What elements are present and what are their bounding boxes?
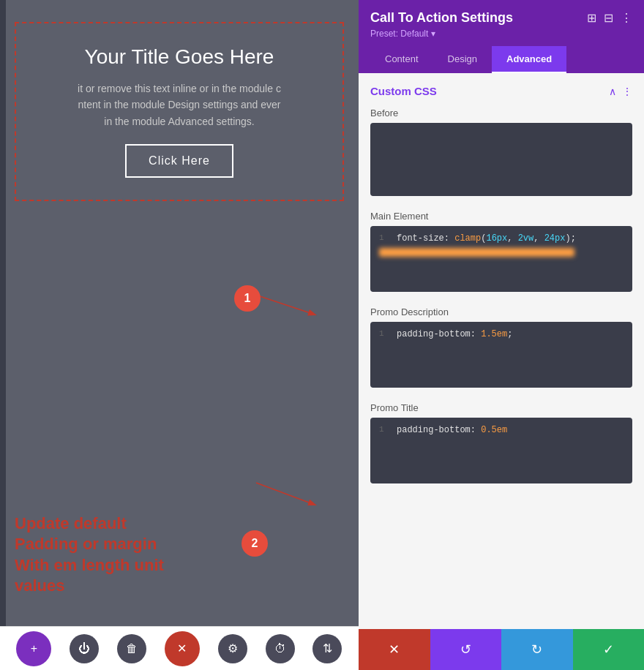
main-element-field-group: Main Element 1 font-size: clamp(16px, 2v… <box>370 211 632 292</box>
promo-description-label: Promo Description <box>370 306 632 317</box>
before-field-group: Before <box>370 108 632 196</box>
reorder-button[interactable]: ⇅ <box>312 634 342 663</box>
bottom-toolbar: + ⏻ 🗑 ✕ ⚙ ⏱ ⇅ <box>0 626 359 670</box>
save-action-button[interactable]: ✓ <box>573 629 645 670</box>
columns-icon[interactable]: ⊟ <box>604 11 613 25</box>
main-element-css-text: font-size: clamp(16px, 2vw, 24px); <box>397 233 576 244</box>
settings-panel: Call To Action Settings ⊞ ⊟ ⋮ Preset: De… <box>359 0 644 670</box>
custom-css-section-header: Custom CSS ∧ ⋮ <box>370 85 632 97</box>
left-preview-panel: Your Title Goes Here it or remove this t… <box>0 0 359 670</box>
panel-header-top: Call To Action Settings ⊞ ⊟ ⋮ <box>370 10 632 26</box>
line-num-1: 1 <box>379 233 389 242</box>
cancel-action-button[interactable]: ✕ <box>359 629 430 670</box>
settings-button[interactable]: ⚙ <box>218 634 247 663</box>
close-button[interactable]: ✕ <box>165 631 200 666</box>
add-button[interactable]: + <box>16 631 51 666</box>
section-more-icon[interactable]: ⋮ <box>622 86 632 97</box>
cta-preview-section: Your Title Goes Here it or remove this t… <box>15 22 344 201</box>
cta-button[interactable]: Click Here <box>125 144 233 178</box>
header-icons: ⊞ ⊟ ⋮ <box>587 11 632 25</box>
main-element-editor[interactable]: 1 font-size: clamp(16px, 2vw, 24px); <box>370 226 632 292</box>
delete-button[interactable]: 🗑 <box>117 634 146 663</box>
panel-header: Call To Action Settings ⊞ ⊟ ⋮ Preset: De… <box>359 0 644 73</box>
redo-action-button[interactable]: ↻ <box>501 629 573 670</box>
custom-css-title: Custom CSS <box>370 85 437 97</box>
annotation-badge-1: 1 <box>234 285 261 312</box>
promo-title-field-group: Promo Title 1 padding-bottom: 0.5em <box>370 402 632 483</box>
tab-advanced[interactable]: Advanced <box>492 46 566 73</box>
undo-icon: ↺ <box>460 641 471 658</box>
left-edge-bar <box>0 0 6 670</box>
promo-title-label: Promo Title <box>370 402 632 413</box>
svg-line-1 <box>256 483 315 505</box>
section-header-icons: ∧ ⋮ <box>609 86 632 97</box>
more-icon[interactable]: ⋮ <box>621 11 632 25</box>
cancel-icon: ✕ <box>389 641 400 658</box>
preset-label[interactable]: Preset: Default ▾ <box>370 29 632 39</box>
panel-title: Call To Action Settings <box>370 10 513 26</box>
panel-tabs: Content Design Advanced <box>370 46 632 73</box>
cta-text: it or remove this text inline or in the … <box>31 80 328 129</box>
main-element-label: Main Element <box>370 211 632 222</box>
annotation-label: Update defaultPadding or marginWith em l… <box>15 513 164 597</box>
cta-title: Your Title Goes Here <box>31 45 328 69</box>
promo-title-editor[interactable]: 1 padding-bottom: 0.5em <box>370 418 632 483</box>
blurred-css-line <box>379 248 574 257</box>
annotation-text-block: Update defaultPadding or marginWith em l… <box>15 513 164 597</box>
line-num-pt: 1 <box>379 425 389 434</box>
promo-title-css-text: padding-bottom: 0.5em <box>397 425 507 435</box>
before-editor[interactable] <box>370 123 632 196</box>
promo-description-field-group: Promo Description 1 padding-bottom: 1.5e… <box>370 306 632 388</box>
tab-design[interactable]: Design <box>433 46 492 73</box>
annotation-badge-2: 2 <box>242 530 268 557</box>
save-icon: ✓ <box>603 641 614 658</box>
redo-icon: ↻ <box>531 641 542 658</box>
panel-content: Custom CSS ∧ ⋮ Before Main Element 1 fon… <box>359 73 644 629</box>
power-button[interactable]: ⏻ <box>70 634 99 663</box>
promo-description-editor[interactable]: 1 padding-bottom: 1.5em; <box>370 322 632 388</box>
before-label: Before <box>370 108 632 118</box>
line-num-pd: 1 <box>379 329 389 338</box>
undo-action-button[interactable]: ↺ <box>430 629 502 670</box>
tab-content[interactable]: Content <box>370 46 433 73</box>
history-button[interactable]: ⏱ <box>266 634 295 663</box>
action-bar: ✕ ↺ ↻ ✓ <box>359 629 644 670</box>
promo-description-css-text: padding-bottom: 1.5em; <box>397 329 512 339</box>
expand-icon[interactable]: ⊞ <box>587 11 596 25</box>
collapse-icon[interactable]: ∧ <box>609 86 616 97</box>
